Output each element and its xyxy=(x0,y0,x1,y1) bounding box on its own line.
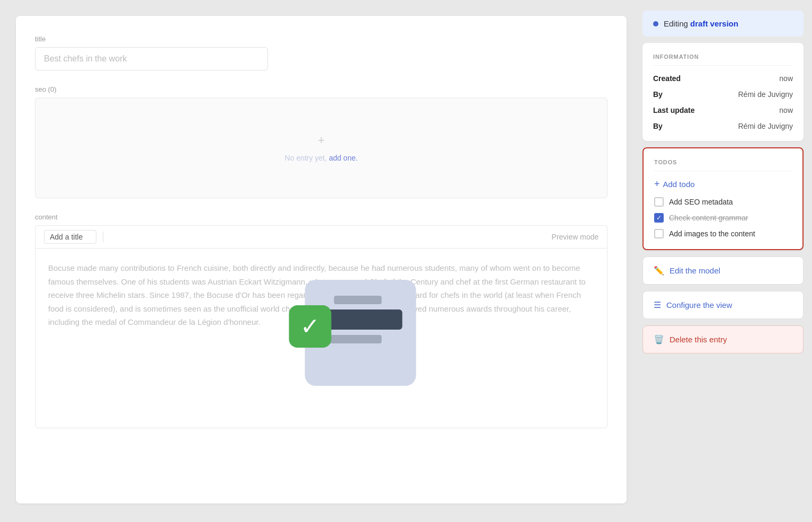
heading-select[interactable]: Add a title xyxy=(44,230,96,244)
updated-by-key: By xyxy=(653,122,663,130)
seo-add-link[interactable]: add one. xyxy=(329,154,358,162)
seo-box: + No entry yet, add one. xyxy=(35,98,608,198)
delete-entry-button[interactable]: 🗑️ Delete this entry xyxy=(643,325,804,353)
edit-model-label: Edit the model xyxy=(670,266,720,275)
content-toolbar: Add a title Preview mode xyxy=(35,225,608,248)
seo-label: seo (0) xyxy=(35,85,608,93)
created-by-value: Rémi de Juvigny xyxy=(738,90,793,99)
sidebar: Editing draft version INFORMATION Create… xyxy=(643,0,812,522)
information-card: INFORMATION Created now By Rémi de Juvig… xyxy=(643,43,804,141)
editing-banner: Editing draft version xyxy=(643,11,804,37)
todo-item-grammar: Check content grammar xyxy=(654,213,792,223)
seo-plus-icon: + xyxy=(318,134,325,147)
updated-by-value: Rémi de Juvigny xyxy=(738,122,793,130)
updated-by-row: By Rémi de Juvigny xyxy=(653,122,793,130)
todo-checkbox-images[interactable] xyxy=(654,229,664,238)
todo-item-seo: Add SEO metadata xyxy=(654,197,792,207)
todo-label-seo: Add SEO metadata xyxy=(669,198,733,206)
edit-icon: ✏️ xyxy=(654,266,664,276)
editing-text: Editing draft version xyxy=(664,19,738,28)
seo-no-entry-text: No entry yet, add one. xyxy=(285,154,358,162)
add-todo-button[interactable]: + Add todo xyxy=(654,179,695,190)
information-title: INFORMATION xyxy=(653,54,793,66)
configure-view-button[interactable]: ☰ Configure the view xyxy=(643,291,804,319)
draft-version-label: draft version xyxy=(690,19,738,28)
content-body[interactable]: Bocuse made many contributions to French… xyxy=(35,248,608,428)
edit-model-button[interactable]: ✏️ Edit the model xyxy=(643,256,804,285)
todo-checkbox-seo[interactable] xyxy=(654,197,664,207)
created-by-key: By xyxy=(653,90,663,99)
seo-section: seo (0) + No entry yet, add one. xyxy=(35,85,608,198)
add-todo-label: Add todo xyxy=(663,180,695,189)
preview-mode-button[interactable]: Preview mode xyxy=(551,233,599,241)
last-update-value: now xyxy=(779,106,793,114)
content-section: content Add a title Preview mode Bocuse … xyxy=(35,213,608,428)
last-update-row: Last update now xyxy=(653,106,793,114)
title-input[interactable] xyxy=(35,47,268,70)
todo-label-images: Add images to the content xyxy=(669,229,755,238)
todo-item-images: Add images to the content xyxy=(654,229,792,238)
todo-label-grammar: Check content grammar xyxy=(669,214,748,222)
todo-checkbox-grammar[interactable] xyxy=(654,213,664,223)
created-value: now xyxy=(779,74,793,83)
created-row: Created now xyxy=(653,74,793,83)
toolbar-divider xyxy=(103,232,103,242)
title-label: title xyxy=(35,35,608,43)
last-update-key: Last update xyxy=(653,106,695,114)
todos-card: TODOS + Add todo Add SEO metadata Check … xyxy=(643,147,804,250)
illus-bar-bot xyxy=(328,335,381,343)
configure-icon: ☰ xyxy=(654,300,661,310)
content-card: title seo (0) + No entry yet, add one. c… xyxy=(16,16,627,503)
configure-view-label: Configure the view xyxy=(666,300,732,309)
content-label: content xyxy=(35,213,608,221)
add-todo-plus-icon: + xyxy=(654,179,660,190)
trash-icon: 🗑️ xyxy=(654,334,664,344)
content-text: Bocuse made many contributions to French… xyxy=(48,263,586,326)
created-by-row: By Rémi de Juvigny xyxy=(653,90,793,99)
todos-title: TODOS xyxy=(654,159,792,171)
created-key: Created xyxy=(653,74,681,83)
editing-dot xyxy=(653,21,658,26)
delete-entry-label: Delete this entry xyxy=(670,335,727,344)
